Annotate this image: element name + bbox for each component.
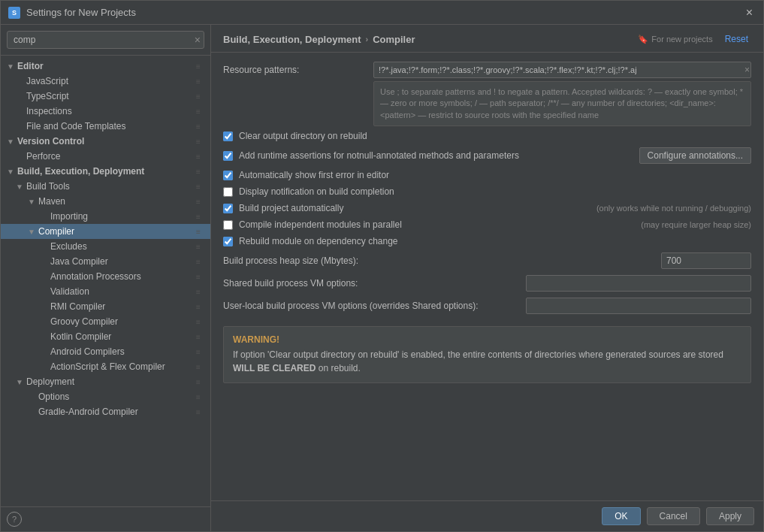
sidebar-item-typescript[interactable]: TypeScript ≡ — [1, 89, 210, 104]
sidebar-item-javascript[interactable]: JavaScript ≡ — [1, 74, 210, 89]
ext-icon: ≡ — [192, 138, 204, 146]
ext-icon: ≡ — [192, 273, 204, 281]
shared-vm-label: Shared build process VM options: — [223, 278, 520, 289]
arrow-icon: ▼ — [7, 138, 16, 146]
resource-hint: Use ; to separate patterns and ! to nega… — [373, 81, 751, 126]
new-projects-badge: 🔖 For new projects — [638, 35, 712, 44]
warning-text: If option 'Clear output directory on reb… — [233, 348, 741, 375]
window-title: Settings for New Projects — [26, 7, 136, 18]
ext-icon: ≡ — [192, 168, 204, 176]
heap-size-label: Build process heap size (Mbytes): — [223, 255, 655, 266]
arrow-icon: ▼ — [16, 183, 25, 191]
sidebar-item-perforce[interactable]: Perforce ≡ — [1, 149, 210, 164]
sidebar-item-build-execution[interactable]: ▼ Build, Execution, Deployment ≡ — [1, 164, 210, 179]
sidebar-item-label: Excludes — [50, 241, 192, 252]
close-button[interactable]: × — [743, 6, 756, 20]
apply-button[interactable]: Apply — [706, 507, 754, 525]
ext-icon: ≡ — [192, 318, 204, 326]
checkbox-compile-parallel: Compile independent modules in parallel … — [223, 219, 751, 230]
checkbox-display-notification: Display notification on build completion — [223, 186, 751, 197]
checkbox-auto-show: Automatically show first error in editor — [223, 170, 751, 180]
compile-parallel-note: (may require larger heap size) — [641, 220, 751, 229]
sidebar-item-label: Options — [38, 391, 192, 402]
heap-size-input[interactable] — [661, 252, 751, 269]
ext-icon: ≡ — [192, 288, 204, 296]
ok-button[interactable]: OK — [602, 507, 640, 525]
resource-patterns-row: Resource patterns: × Use ; to separate p… — [223, 62, 751, 126]
ext-icon: ≡ — [192, 258, 204, 266]
sidebar-item-build-tools[interactable]: ▼ Build Tools ≡ — [1, 179, 210, 194]
resource-pattern-wrap: × — [373, 62, 751, 78]
checkbox-rebuild-module-input[interactable] — [223, 237, 233, 246]
sidebar-item-java-compiler[interactable]: Java Compiler ≡ — [1, 254, 210, 269]
configure-annotations-button[interactable]: Configure annotations... — [639, 147, 751, 164]
checkbox-build-auto-label: Build project automatically — [239, 203, 584, 213]
sidebar-item-label: Java Compiler — [50, 256, 192, 267]
resource-pattern-input[interactable] — [373, 62, 751, 78]
sidebar-item-label: Groovy Compiler — [50, 316, 192, 327]
sidebar-tree: ▼ Editor ≡ JavaScript ≡ TypeScript ≡ Ins… — [1, 56, 210, 506]
sidebar-item-maven[interactable]: ▼ Maven ≡ — [1, 194, 210, 209]
resource-patterns-label: Resource patterns: — [223, 62, 373, 75]
arrow-icon: ▼ — [28, 228, 37, 236]
sidebar-item-label: Gradle-Android Compiler — [38, 407, 192, 417]
reset-button[interactable]: Reset — [722, 32, 751, 46]
sidebar-item-editor[interactable]: ▼ Editor ≡ — [1, 59, 210, 74]
checkbox-compile-parallel-input[interactable] — [223, 220, 233, 230]
sidebar-item-label: RMI Compiler — [50, 301, 192, 312]
ext-icon: ≡ — [192, 303, 204, 311]
new-projects-label: For new projects — [651, 35, 712, 44]
sidebar-item-android-compilers[interactable]: Android Compilers ≡ — [1, 344, 210, 359]
checkbox-auto-show-input[interactable] — [223, 171, 233, 180]
sidebar-item-rmi-compiler[interactable]: RMI Compiler ≡ — [1, 299, 210, 314]
search-wrap: × — [7, 31, 204, 49]
resource-clear-button[interactable]: × — [744, 65, 750, 75]
sidebar-item-annotation-processors[interactable]: Annotation Processors ≡ — [1, 269, 210, 284]
checkbox-display-notification-input[interactable] — [223, 187, 233, 197]
sidebar-item-version-control[interactable]: ▼ Version Control ≡ — [1, 134, 210, 149]
sidebar-item-actionscript[interactable]: ActionScript & Flex Compiler ≡ — [1, 359, 210, 374]
shared-vm-row: Shared build process VM options: — [223, 275, 751, 292]
sidebar-item-inspections[interactable]: Inspections ≡ — [1, 104, 210, 119]
content-area: × ▼ Editor ≡ JavaScript ≡ TypeScript — [1, 25, 763, 531]
sidebar-item-label: Annotation Processors — [50, 271, 192, 282]
ext-icon: ≡ — [192, 62, 204, 71]
arrow-icon: ▼ — [7, 62, 16, 71]
sidebar-item-deployment[interactable]: ▼ Deployment ≡ — [1, 374, 210, 389]
sidebar-item-label: Android Compilers — [50, 346, 192, 357]
sidebar-item-label: Validation — [50, 286, 192, 297]
warning-title: WARNING! — [233, 334, 741, 345]
user-local-vm-input[interactable] — [526, 298, 751, 314]
sidebar-item-gradle-android[interactable]: Gradle-Android Compiler ≡ — [1, 404, 210, 419]
main-panel: Build, Execution, Deployment › Compiler … — [211, 25, 763, 531]
sidebar-item-groovy-compiler[interactable]: Groovy Compiler ≡ — [1, 314, 210, 329]
ext-icon: ≡ — [192, 122, 204, 131]
checkbox-clear-output-input[interactable] — [223, 131, 233, 141]
ext-icon: ≡ — [192, 92, 204, 101]
ext-icon: ≡ — [192, 243, 204, 251]
cancel-button[interactable]: Cancel — [647, 507, 700, 525]
sidebar-item-file-code-templates[interactable]: File and Code Templates ≡ — [1, 119, 210, 134]
bookmark-icon: 🔖 — [638, 35, 648, 44]
sidebar-item-label: JavaScript — [26, 76, 192, 86]
build-auto-note: (only works while not running / debuggin… — [596, 204, 751, 213]
sidebar-item-label: File and Code Templates — [26, 121, 192, 131]
checkbox-build-auto-input[interactable] — [223, 204, 233, 213]
sidebar-item-excludes[interactable]: Excludes ≡ — [1, 239, 210, 254]
checkbox-auto-show-label: Automatically show first error in editor — [239, 170, 751, 180]
shared-vm-input[interactable] — [526, 275, 751, 292]
checkbox-add-runtime: Add runtime assertions for notnull-annot… — [223, 147, 751, 164]
help-button[interactable]: ? — [7, 512, 22, 527]
breadcrumb-separator: › — [365, 35, 368, 44]
search-clear-button[interactable]: × — [195, 34, 201, 46]
checkbox-clear-output: Clear output directory on rebuild — [223, 131, 751, 141]
sidebar-item-validation[interactable]: Validation ≡ — [1, 284, 210, 299]
search-input[interactable] — [8, 32, 204, 48]
sidebar-item-kotlin-compiler[interactable]: Kotlin Compiler ≡ — [1, 329, 210, 344]
sidebar-item-options[interactable]: Options ≡ — [1, 389, 210, 404]
sidebar-item-label: Maven — [38, 196, 192, 207]
ext-icon: ≡ — [192, 153, 204, 161]
sidebar-item-compiler[interactable]: ▼ Compiler ≡ — [1, 224, 210, 239]
sidebar-item-importing[interactable]: Importing ≡ — [1, 209, 210, 224]
checkbox-add-runtime-input[interactable] — [223, 151, 233, 161]
